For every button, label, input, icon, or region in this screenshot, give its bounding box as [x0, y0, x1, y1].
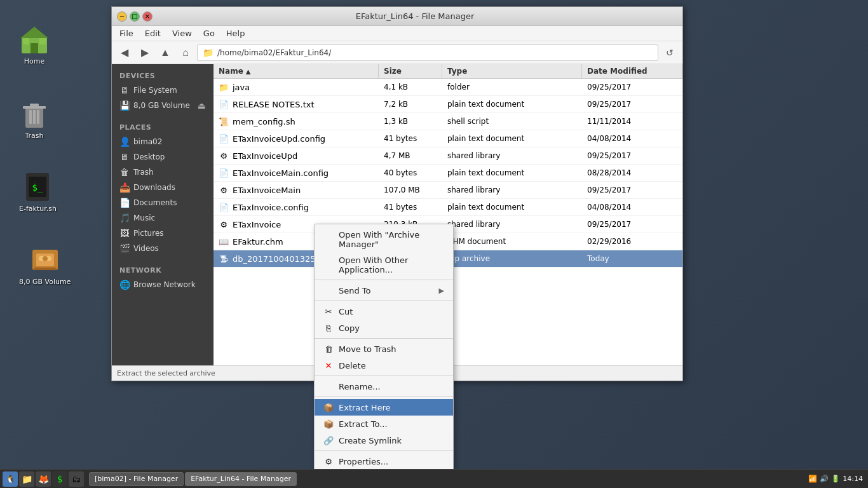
menu-go[interactable]: Go: [198, 27, 220, 39]
taskbar-start[interactable]: 🐧: [3, 471, 18, 487]
taskbar-apps: [bima02] - File ManagerEFaktur_Lin64 - F…: [86, 472, 803, 486]
desktop-icon-home[interactable]: Home: [19, 24, 50, 65]
pictures-label: Pictures: [133, 229, 164, 238]
file-type: Zip archive: [442, 252, 582, 265]
table-row[interactable]: 📄 RELEASE NOTES.txt 7,2 kB plain text do…: [214, 96, 682, 113]
desktop-icon-efaktur[interactable]: $_ E-faktur.sh: [19, 172, 57, 213]
file-date: 02/29/2016: [582, 235, 682, 248]
network-header: NETWORK: [112, 264, 214, 277]
sidebar-item-browse-network[interactable]: 🌐 Browse Network: [112, 277, 214, 292]
svg-rect-18: [34, 268, 57, 270]
col-header-name[interactable]: Name ▲: [214, 64, 379, 78]
sidebar-item-videos[interactable]: 🎬 Videos: [112, 241, 214, 256]
ctx-icon-cut: ✂: [323, 306, 334, 316]
taskbar-right: 📶 🔊 🔋 14:14: [803, 475, 868, 483]
ctx-icon-extract-here: 📦: [323, 402, 334, 412]
bima02-label: bima02: [133, 137, 162, 146]
menu-help[interactable]: Help: [221, 27, 250, 39]
sidebar-item-filesystem[interactable]: 🖥 File System: [112, 83, 214, 98]
close-button[interactable]: ×: [142, 11, 153, 22]
menu-file[interactable]: File: [114, 27, 139, 39]
sidebar-item-pictures[interactable]: 🖼 Pictures: [112, 226, 214, 241]
sidebar-item-documents[interactable]: 📄 Documents: [112, 195, 214, 210]
col-header-size[interactable]: Size: [379, 64, 442, 78]
taskbar-firefox[interactable]: 🦊: [36, 471, 51, 487]
context-menu-item-cut[interactable]: ✂ Cut: [315, 303, 453, 320]
ctx-label-open-archive: Open With "Archive Manager": [339, 230, 444, 249]
table-row[interactable]: 📁 java 4,1 kB folder 09/25/2017: [214, 79, 682, 96]
minimize-button[interactable]: −: [117, 11, 127, 22]
file-name: ETaxInvoice: [233, 220, 281, 229]
taskbar-terminal[interactable]: $: [52, 471, 67, 487]
context-menu-item-open-other[interactable]: Open With Other Application...: [315, 252, 453, 278]
file-size: 1,3 kB: [379, 115, 442, 128]
sidebar-item-trash[interactable]: 🗑 Trash: [112, 165, 214, 180]
up-button[interactable]: ▲: [156, 44, 174, 62]
context-menu-item-move-trash[interactable]: 🗑 Move to Trash: [315, 341, 453, 357]
table-row[interactable]: 📄 ETaxInvoiceMain.config 40 bytes plain …: [214, 165, 682, 182]
context-menu-item-rename[interactable]: Rename...: [315, 378, 453, 395]
file-icon: 📁: [219, 82, 229, 92]
context-menu-item-copy[interactable]: ⎘ Copy: [315, 320, 453, 336]
context-menu-item-extract-to[interactable]: 📦 Extract To...: [315, 416, 453, 432]
ctx-icon-move-trash: 🗑: [323, 344, 334, 354]
back-button[interactable]: ◀: [116, 44, 133, 62]
file-date: 04/08/2014: [582, 201, 682, 214]
taskbar-window-efaktur-fm[interactable]: EFaktur_Lin64 - File Manager: [185, 472, 297, 486]
efaktur-icon-label: E-faktur.sh: [19, 205, 57, 213]
file-name: ETaxInvoiceMain.config: [233, 168, 329, 178]
forward-button[interactable]: ▶: [136, 44, 154, 62]
maximize-button[interactable]: □: [130, 11, 140, 22]
power-icon: 🔋: [831, 475, 840, 483]
desktop-icon-volume[interactable]: 8,0 GB Volume: [19, 245, 71, 286]
file-name: ETaxInvoiceMain: [233, 186, 301, 195]
context-menu-item-open-archive[interactable]: Open With "Archive Manager": [315, 227, 453, 252]
taskbar-files[interactable]: 📁: [19, 471, 34, 487]
context-menu-item-create-symlink[interactable]: 🔗 Create Symlink: [315, 432, 453, 449]
context-menu-item-send-to[interactable]: Send To ▶: [315, 282, 453, 299]
sidebar-item-desktop[interactable]: 🖥 Desktop: [112, 149, 214, 165]
title-bar: − □ × EFaktur_Lin64 - File Manager: [112, 7, 682, 26]
file-size: 4,7 MB: [379, 149, 442, 162]
svg-rect-3: [23, 38, 29, 44]
file-type: CHM document: [442, 235, 582, 248]
file-date: 09/25/2017: [582, 81, 682, 93]
context-menu-item-extract-here[interactable]: 📦 Extract Here: [315, 399, 453, 416]
table-row[interactable]: ⚙ ETaxInvoiceMain 107,0 MB shared librar…: [214, 182, 682, 199]
reload-button[interactable]: ↺: [661, 44, 679, 62]
volume-icon-label: 8,0 GB Volume: [19, 278, 71, 286]
context-menu-item-properties[interactable]: ⚙ Properties...: [315, 453, 453, 470]
col-header-date[interactable]: Date Modified: [582, 64, 682, 78]
file-icon: 📄: [219, 133, 229, 144]
taskbar-window-bima02-fm[interactable]: [bima02] - File Manager: [89, 472, 184, 486]
file-size: 107,0 MB: [379, 184, 442, 196]
context-menu-item-delete[interactable]: ✕ Delete: [315, 357, 453, 374]
home-button[interactable]: ⌂: [177, 44, 194, 62]
ctx-icon-copy: ⎘: [323, 323, 334, 333]
table-row[interactable]: 📜 mem_config.sh 1,3 kB shell script 11/1…: [214, 113, 682, 130]
table-row[interactable]: 📄 ETaxInvoice.config 41 bytes plain text…: [214, 199, 682, 216]
file-type: plain text document: [442, 166, 582, 179]
sidebar-item-downloads[interactable]: 📥 Downloads: [112, 180, 214, 195]
sidebar-item-music[interactable]: 🎵 Music: [112, 210, 214, 226]
address-bar[interactable]: 📁 /home/bima02/EFaktur_Lin64/: [197, 44, 658, 61]
desktop-icon-trash[interactable]: Trash: [19, 98, 50, 140]
file-name-cell: 📄 ETaxInvoice.config: [214, 200, 379, 214]
taskbar-fm2[interactable]: 🗂: [69, 471, 84, 487]
file-icon: 📄: [219, 202, 229, 212]
table-row[interactable]: 📄 ETaxInvoiceUpd.config 41 bytes plain t…: [214, 130, 682, 147]
file-icon: ⚙: [219, 151, 229, 161]
menu-edit[interactable]: Edit: [140, 27, 166, 39]
table-row[interactable]: ⚙ ETaxInvoiceUpd 4,7 MB shared library 0…: [214, 147, 682, 165]
sidebar-item-volume[interactable]: 💾 8,0 GB Volume ⏏: [112, 98, 214, 113]
file-size: 7,2 kB: [379, 98, 442, 111]
ctx-icon-create-symlink: 🔗: [323, 435, 334, 445]
sidebar-item-bima02[interactable]: 👤 bima02: [112, 134, 214, 149]
eject-icon[interactable]: ⏏: [198, 100, 206, 111]
file-date: 09/25/2017: [582, 184, 682, 196]
file-size: 4,1 kB: [379, 81, 442, 93]
menu-view[interactable]: View: [167, 27, 197, 39]
trash-icon-label: Trash: [25, 132, 43, 140]
col-header-type[interactable]: Type: [442, 64, 582, 78]
network-status-icon: 📶: [808, 475, 817, 483]
